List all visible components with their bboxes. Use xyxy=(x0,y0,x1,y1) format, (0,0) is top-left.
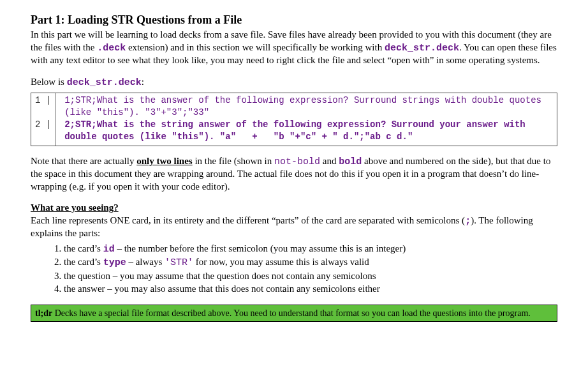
text: for now, you may assume this is always v… xyxy=(193,257,369,267)
intro-paragraph: In this part we will be learning to load… xyxy=(31,29,557,67)
parts-list: the card’s id – the number before the fi… xyxy=(51,243,557,296)
text: – always xyxy=(126,257,165,267)
emphasis-only-two-lines: only two lines xyxy=(136,156,193,166)
code-type: type xyxy=(103,257,126,268)
text: and xyxy=(320,156,339,166)
text: Below is xyxy=(31,77,67,87)
line-number: 1 | xyxy=(35,94,51,119)
text: in the file (shown in xyxy=(193,156,274,166)
section-heading: Part 1: Loading STR Questions from a Fil… xyxy=(31,13,557,27)
subsection-heading: What are you seeing? xyxy=(31,202,557,215)
seeing-paragraph: Each line represents ONE card, in its en… xyxy=(31,215,557,240)
code-filename: deck_str.deck xyxy=(385,43,459,54)
line-number: 2 | xyxy=(35,119,51,131)
code-bold: bold xyxy=(339,156,362,167)
tldr-text: Decks have a special file format describ… xyxy=(52,308,531,318)
code-body: 1;STR;What is the answer of the followin… xyxy=(55,93,557,146)
text: – the number before the first semicolon … xyxy=(115,243,406,253)
code-line-1: 1;STR;What is the answer of the followin… xyxy=(64,95,547,117)
text: the card’s xyxy=(64,243,103,253)
code-semicolon: ; xyxy=(465,216,471,227)
list-item: the card’s type – always 'STR' for now, … xyxy=(64,256,557,269)
tldr-label: tl;dr xyxy=(35,308,52,318)
code-gutter: 1 | 2 | xyxy=(31,93,55,146)
code-str-literal: 'STR' xyxy=(165,257,193,268)
text: the card’s xyxy=(64,257,103,267)
text: : xyxy=(142,77,144,87)
code-id: id xyxy=(103,244,115,255)
text: Each line represents ONE card, in its en… xyxy=(31,215,465,225)
text: Note that there are actually xyxy=(31,156,136,166)
list-item: the question – you may assume that the q… xyxy=(64,270,557,283)
code-filename: deck_str.deck xyxy=(67,77,142,88)
code-notbold: not-bold xyxy=(274,156,320,167)
code-block: 1 | 2 | 1;STR;What is the answer of the … xyxy=(31,93,557,146)
list-item: the answer – you may also assume that th… xyxy=(64,283,557,296)
code-line-2: 2;STR;What is the string answer of the f… xyxy=(64,119,531,142)
note-paragraph: Note that there are actually only two li… xyxy=(31,155,557,193)
text: extension) and in this section we will s… xyxy=(126,42,385,52)
code-extension: .deck xyxy=(97,43,126,54)
below-label: Below is deck_str.deck: xyxy=(31,76,557,89)
list-item: the card’s id – the number before the fi… xyxy=(64,243,557,256)
tldr-box: tl;dr Decks have a special file format d… xyxy=(31,305,557,322)
